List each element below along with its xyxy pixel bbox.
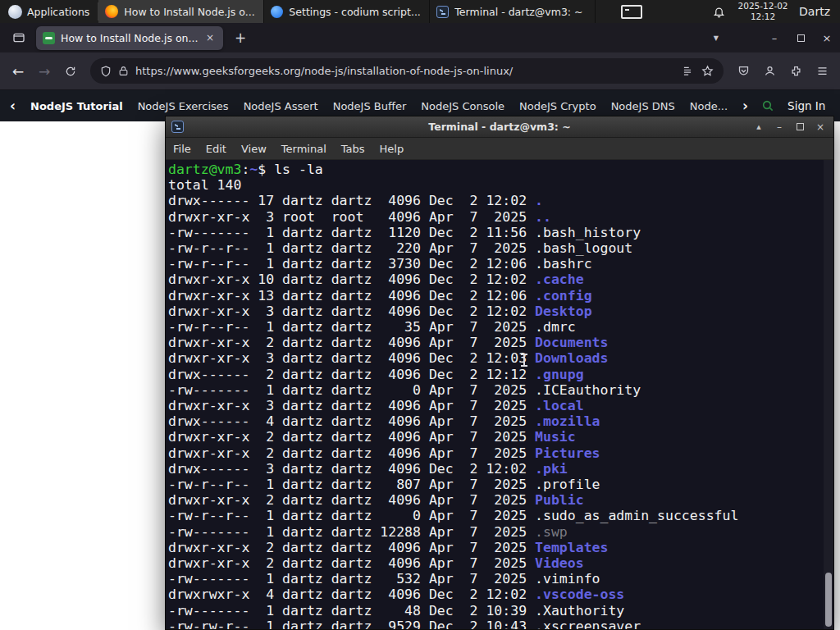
nav-scroll-right-button[interactable]: › [742, 98, 748, 114]
terminal-line: total 140 [168, 177, 822, 193]
sign-in-button[interactable]: Sign In [788, 99, 825, 112]
file-meta: drwxr-xr-x 3 dartz dartz 4096 Dec 2 12:0… [168, 350, 535, 366]
browser-tab[interactable]: How to Install Node.js on... × [36, 26, 223, 50]
forward-button[interactable]: → [31, 58, 57, 84]
back-button[interactable]: ← [5, 58, 31, 84]
bell-icon [713, 6, 725, 18]
terminal-line: -rw------- 1 dartz dartz 12288 Apr 7 202… [168, 524, 822, 540]
gfg-nav-item-console[interactable]: NodeJS Console [421, 100, 504, 112]
applications-button[interactable]: Applications [0, 0, 98, 23]
gfg-nav-item-truncated[interactable]: Node... [690, 100, 728, 112]
terminal-scrollbar[interactable] [824, 160, 833, 629]
file-name: .dmrc [535, 319, 576, 335]
terminal-line: drwx------ 17 dartz dartz 4096 Dec 2 12:… [168, 193, 822, 208]
menu-tabs[interactable]: Tabs [334, 143, 372, 155]
tab-close-button[interactable]: × [203, 31, 217, 44]
window-close-button[interactable]: × [814, 26, 840, 49]
file-meta: -rw-r--r-- 1 dartz dartz 0 Apr 7 2025 [168, 508, 535, 523]
scrollbar-thumb[interactable] [825, 573, 832, 627]
terminal-maximize-button[interactable] [793, 121, 806, 134]
file-name: .. [535, 209, 551, 225]
terminal-body[interactable]: dartz@vm3:~$ ls -la total 140drwx------ … [166, 160, 833, 629]
taskbar-window-firefox[interactable]: How to Install Node.js o... [98, 0, 264, 23]
menu-help[interactable]: Help [372, 143, 412, 155]
gfg-nav-item-assert[interactable]: NodeJS Assert [244, 100, 318, 112]
terminal-line: -rw-r--r-- 1 dartz dartz 220 Apr 7 2025 … [168, 240, 822, 256]
extensions-button[interactable] [783, 58, 809, 84]
bookmark-star-icon[interactable] [701, 65, 714, 77]
tray-terminal-icon[interactable] [621, 5, 642, 19]
menu-terminal[interactable]: Terminal [274, 143, 334, 155]
file-name: .viminfo [535, 571, 600, 587]
tab-bar: How to Install Node.js on... × + ▼ – × [0, 23, 840, 52]
terminal-line: drwxr-xr-x 3 dartz dartz 4096 Apr 7 2025… [168, 398, 822, 413]
new-tab-button[interactable]: + [230, 27, 251, 48]
terminal-line: drwxr-xr-x 3 root root 4096 Apr 7 2025 .… [168, 209, 822, 225]
shield-icon[interactable] [100, 66, 112, 77]
terminal-line: -rw-r--r-- 1 dartz dartz 3730 Dec 2 12:0… [168, 256, 822, 272]
list-tabs-button[interactable]: ▼ [709, 31, 724, 45]
applications-label: Applications [27, 6, 89, 18]
terminal-close-button[interactable]: × [814, 121, 827, 134]
pocket-button[interactable] [730, 58, 756, 84]
gfg-nav-item-exercises[interactable]: NodeJS Exercises [138, 100, 229, 112]
file-meta: drwxr-xr-x 3 root root 4096 Apr 7 2025 [168, 209, 535, 225]
menu-button[interactable] [809, 58, 835, 84]
terminal-line: -rw-rw-r-- 1 dartz dartz 9529 Dec 2 10:4… [168, 619, 822, 629]
file-name: .pki [535, 461, 568, 477]
terminal-line: drwxr-xr-x 2 dartz dartz 4096 Apr 7 2025… [168, 540, 822, 555]
file-name: Pictures [535, 445, 600, 461]
menu-file[interactable]: File [166, 143, 199, 155]
file-meta: drwx------ 2 dartz dartz 4096 Dec 2 12:1… [168, 367, 535, 382]
terminal-line: -rw-r--r-- 1 dartz dartz 807 Apr 7 2025 … [168, 477, 822, 492]
terminal-minimize-button[interactable]: – [773, 121, 786, 134]
account-button[interactable] [756, 58, 783, 84]
file-meta: drwx------ 17 dartz dartz 4096 Dec 2 12:… [168, 193, 535, 208]
file-meta: -rw------- 1 dartz dartz 1120 Dec 2 11:5… [168, 225, 535, 240]
terminal-line: drwxr-xr-x 13 dartz dartz 4096 Dec 2 12:… [168, 288, 822, 304]
nav-scroll-left-button[interactable]: ‹ [10, 98, 16, 114]
menu-view[interactable]: View [234, 143, 274, 155]
reload-button[interactable] [57, 58, 84, 84]
file-meta: -rw------- 1 dartz dartz 532 Apr 7 2025 [168, 571, 535, 587]
window-maximize-button[interactable] [788, 26, 814, 49]
url-text: https://www.geeksforgeeks.org/node-js/in… [135, 65, 675, 77]
window-minimize-button[interactable]: – [761, 26, 788, 49]
firefox-view-button[interactable] [8, 27, 30, 48]
file-meta: -rw-r--r-- 1 dartz dartz 220 Apr 7 2025 [168, 240, 535, 256]
notifications-button[interactable] [713, 6, 725, 18]
terminal-menubar: File Edit View Terminal Tabs Help [166, 138, 833, 160]
prompt-path: ~ [249, 162, 258, 177]
clock[interactable]: 2025-12-02 12:12 [735, 1, 791, 22]
terminal-text: dartz@vm3:~$ ls -la total 140drwx------ … [168, 162, 822, 629]
file-name: . [535, 193, 543, 208]
gfg-nav-item-dns[interactable]: NodeJS DNS [611, 100, 675, 112]
firefox-icon [105, 5, 118, 18]
taskbar-window-title: How to Install Node.js o... [124, 6, 254, 18]
terminal-line: -rw-r--r-- 1 dartz dartz 0 Apr 7 2025 .s… [168, 508, 822, 523]
file-name: .ICEauthority [535, 382, 641, 398]
file-name: .gnupg [535, 367, 584, 382]
gfg-nav-item-crypto[interactable]: NodeJS Crypto [519, 100, 596, 112]
shade-button[interactable]: ▲ [752, 121, 765, 134]
terminal-line: drwxrwxr-x 4 dartz dartz 4096 Dec 2 12:0… [168, 587, 822, 602]
menu-edit[interactable]: Edit [199, 143, 234, 155]
terminal-line: drwxr-xr-x 3 dartz dartz 4096 Dec 2 12:0… [168, 304, 822, 319]
pocket-icon [737, 65, 750, 77]
file-name: .xscreensaver [535, 619, 641, 629]
file-name: Documents [535, 335, 608, 350]
url-bar[interactable]: https://www.geeksforgeeks.org/node-js/in… [90, 58, 724, 84]
file-meta: drwxr-xr-x 3 dartz dartz 4096 Dec 2 12:0… [168, 304, 535, 319]
terminal-window: Terminal - dartz@vm3: ~ ▲ – × File Edit … [165, 116, 834, 630]
gfg-nav-item-tutorial[interactable]: NodeJS Tutorial [30, 100, 123, 112]
terminal-icon [171, 121, 184, 133]
taskbar-window-vscodium[interactable]: Settings - codium script... [264, 0, 430, 23]
file-name: .swp [535, 524, 568, 540]
lock-icon[interactable] [118, 66, 129, 76]
taskbar-window-terminal[interactable]: Terminal - dartz@vm3: ~ [430, 0, 596, 23]
gfg-nav-item-buffer[interactable]: NodeJS Buffer [333, 100, 407, 112]
reader-mode-icon[interactable] [682, 66, 693, 77]
terminal-line: drwx------ 3 dartz dartz 4096 Dec 2 12:0… [168, 461, 822, 477]
terminal-titlebar[interactable]: Terminal - dartz@vm3: ~ ▲ – × [166, 116, 833, 138]
search-icon[interactable] [761, 99, 774, 112]
